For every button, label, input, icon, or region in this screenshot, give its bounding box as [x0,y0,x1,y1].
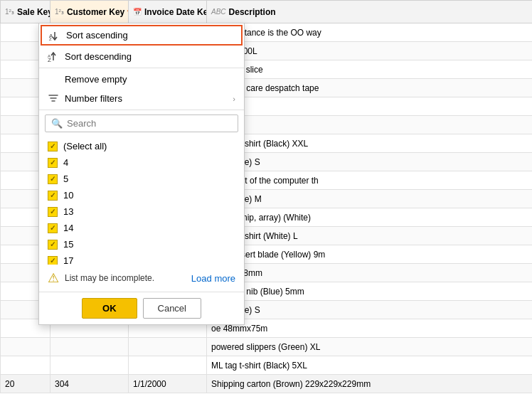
sort-descending-label: Sort descending [65,51,132,62]
cell-sale [1,338,50,356]
menu-divider-2 [39,110,244,110]
cell-desc: powered slippers (Green) XL [207,338,533,356]
search-input[interactable] [67,118,232,129]
checkbox-select-all-box: ✓ [48,142,58,151]
number-filters-label: Number filters [65,93,122,104]
cell-invoice [129,356,207,375]
ok-button[interactable]: OK [82,298,137,319]
checkbox-label: 15 [63,239,73,250]
cell-desc: g - (hip, hip, array) (White) [207,208,533,227]
svg-text:Z: Z [49,37,52,41]
cell-desc: lue 5mm nib (Blue) 5mm [207,282,533,301]
col-header-customer[interactable]: 1²₃ Customer Key ▾ [50,1,129,23]
footer-customer: 304 [50,375,129,393]
remove-empty-item[interactable]: Remove empty [39,70,244,89]
checkbox-box: ✓ [48,223,58,233]
cell-invoice [129,338,207,356]
warning-text: List may be incomplete. [65,273,154,283]
svg-text:Z: Z [48,57,51,62]
menu-divider-1 [39,68,244,68]
checkbox-select-all[interactable]: ✓ (Select all) [39,138,244,154]
checkbox-label: 13 [63,206,73,217]
cell-desc: ML tag t-shirt (Black) XXL [207,134,533,153]
search-icon: 🔍 [51,118,63,129]
cell-desc: g - inheritance is the OO way [207,23,533,42]
cell-desc: metal insert blade (Yellow) 9m [207,245,533,264]
sort-ascending-label: Sort ascending [66,30,128,41]
cancel-button[interactable]: Cancel [143,298,201,319]
checkbox-list: ✓ (Select all) ✓ 4 ✓ 5 ✓ 10 ✓ 13 ✓ 14 [39,137,244,265]
filter-dropdown: A Z Sort ascending A Z Sort descending [38,23,245,325]
sort-desc-icon: A Z [48,52,59,62]
cell-desc: ML tag t-shirt (White) L [207,227,533,245]
number-filters-chevron: › [233,95,235,103]
col-type-desc: ABC [211,8,226,16]
number-filters-item[interactable]: Number filters › [39,89,244,108]
cell-desc: cket (Blue) S [207,153,533,171]
remove-empty-label: Remove empty [65,74,127,85]
cell-desc: e - pizza slice [207,60,533,79]
checkbox-label: 17 [63,255,73,265]
col-label-desc: Description [229,7,276,17]
warning-icon: ⚠ [48,270,59,286]
number-filters-icon [48,94,59,104]
checkbox-box: ✓ [48,207,58,217]
checkbox-item[interactable]: ✓ 4 [39,154,244,171]
header-row: 1²₃ Sale Key ▾ 1²₃ Customer Key ▾ 📅 [1,1,533,23]
col-label-sale: Sale Key [17,7,50,17]
table-row: ML tag t-shirt (Black) 5XL [1,356,533,375]
col-header-description[interactable]: ABC Description [207,1,533,23]
checkbox-box: ✓ [48,174,58,184]
cell-desc: lass with care despatch tape [207,79,533,97]
sort-asc-icon: A Z [49,31,60,41]
checkbox-box: ✓ [48,256,58,265]
grid-container: 1²₃ Sale Key ▾ 1²₃ Customer Key ▾ 📅 [0,0,532,394]
checkbox-label: 10 [63,190,73,201]
footer-sale: 20 [1,375,50,393]
col-header-invoice[interactable]: 📅 Invoice Date Key ▾ [129,1,207,23]
checkbox-box: ✓ [48,158,58,168]
cell-customer [50,338,129,356]
col-header-sale[interactable]: 1²₃ Sale Key ▾ [1,1,50,23]
footer-invoice: 1/1/2000 [129,375,207,393]
select-all-label: (Select all) [63,141,107,151]
col-type-customer: 1²₃ [55,8,64,16]
checkbox-item[interactable]: ✓ 17 [39,252,244,265]
checkbox-item[interactable]: ✓ 14 [39,220,244,236]
checkbox-item[interactable]: ✓ 15 [39,236,244,252]
footer-row: 20 304 1/1/2000 Shipping carton (Brown) … [1,375,533,393]
col-label-invoice: Invoice Date Key [144,7,207,17]
cell-sale [1,356,50,375]
cell-desc: oe 48mmx75m [207,319,533,338]
cell-desc: (Pink) M [207,116,533,134]
action-row: OK Cancel [39,292,244,324]
cell-desc: blades 18mm [207,264,533,282]
col-type-invoice: 📅 [133,8,142,16]
table-row: powered slippers (Green) XL [1,338,533,356]
cell-customer [50,356,129,375]
cell-desc: (Gray) S [207,97,533,116]
col-type-sale: 1²₃ [5,8,14,16]
checkbox-box: ✓ [48,191,58,201]
cell-desc: ML tag t-shirt (Black) 5XL [207,356,533,375]
search-box: 🔍 [45,115,238,132]
cell-desc: White) 400L [207,42,533,60]
warning-row: ⚠ List may be incomplete. Load more [39,265,244,292]
checkbox-item[interactable]: ✓ 13 [39,203,244,220]
checkbox-box: ✓ [48,240,58,250]
sort-descending-item[interactable]: A Z Sort descending [39,47,244,66]
cell-desc: cket (Blue) S [207,301,533,319]
col-label-customer: Customer Key [67,7,124,17]
checkbox-label: 5 [63,174,68,184]
load-more-button[interactable]: Load more [191,273,235,284]
cell-desc: cket (Blue) M [207,190,533,208]
checkbox-label: 4 [63,157,68,168]
footer-desc: Shipping carton (Brown) 229x229x229mm [207,375,533,393]
checkbox-label: 14 [63,223,73,233]
cell-desc: vare: part of the computer th [207,171,533,190]
sort-ascending-item[interactable]: A Z Sort ascending [41,25,243,46]
checkbox-item[interactable]: ✓ 5 [39,171,244,187]
checkbox-item[interactable]: ✓ 10 [39,187,244,203]
